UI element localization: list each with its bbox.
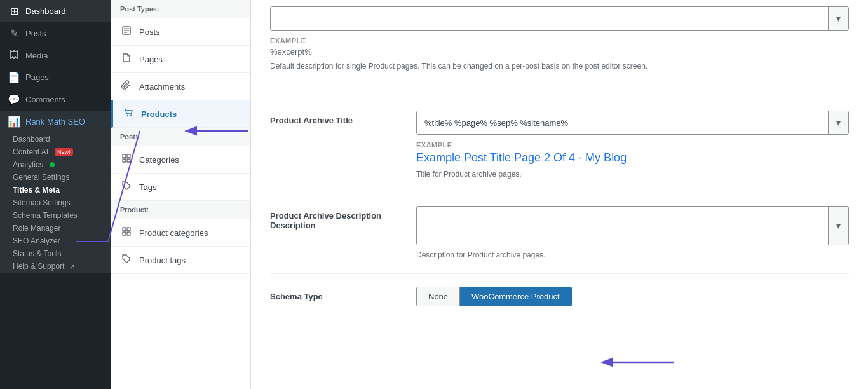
general-settings-label: General Settings bbox=[13, 173, 69, 182]
sitemap-label: Sitemap Settings bbox=[13, 198, 71, 207]
sidebar-item-role-manager[interactable]: Role Manager bbox=[0, 222, 111, 235]
sidebar-item-seo-analyzer[interactable]: SEO Analyzer bbox=[0, 235, 111, 247]
archive-description-row: Product Archive Description Description … bbox=[270, 193, 849, 274]
rank-math-icon: 📊 bbox=[8, 116, 20, 128]
sidebar-item-label: Posts bbox=[25, 29, 46, 38]
tags-panel-icon bbox=[120, 181, 133, 193]
panel-item-categories[interactable]: Categories bbox=[111, 146, 250, 174]
seo-analyzer-label: SEO Analyzer bbox=[13, 236, 60, 245]
svg-point-5 bbox=[130, 115, 132, 116]
media-icon: 🖼 bbox=[8, 50, 20, 61]
rank-math-header[interactable]: 📊 Rank Math SEO bbox=[0, 111, 111, 133]
comments-icon: 💬 bbox=[8, 93, 20, 106]
archive-title-example-label: EXAMPLE bbox=[416, 141, 849, 149]
archive-description-input[interactable] bbox=[417, 207, 828, 245]
middle-panel: Post Types: Posts Pages Attachments Prod… bbox=[111, 0, 251, 389]
panel-item-categories-label: Categories bbox=[139, 155, 179, 165]
schema-templates-label: Schema Templates bbox=[13, 211, 78, 220]
panel-item-attachments-label: Attachments bbox=[139, 82, 185, 92]
panel-item-pages[interactable]: Pages bbox=[111, 46, 250, 73]
help-support-label: Help & Support bbox=[13, 262, 64, 271]
archive-description-dropdown-btn[interactable]: ▾ bbox=[828, 207, 848, 245]
svg-point-10 bbox=[125, 184, 126, 185]
svg-rect-14 bbox=[127, 232, 130, 235]
product-tags-panel-icon bbox=[120, 254, 133, 266]
sidebar-item-status-tools[interactable]: Status & Tools bbox=[0, 247, 111, 260]
svg-rect-8 bbox=[123, 159, 126, 162]
categories-panel-icon bbox=[120, 153, 133, 166]
new-badge: New! bbox=[55, 148, 73, 156]
archive-title-control: ▾ EXAMPLE Example Post Title Page 2 Of 4… bbox=[416, 111, 849, 180]
analytics-dot bbox=[50, 162, 55, 167]
top-description-input-wrapper: ▾ bbox=[270, 6, 849, 31]
svg-point-15 bbox=[125, 257, 126, 258]
sidebar-item-analytics[interactable]: Analytics bbox=[0, 158, 111, 171]
schema-buttons: None WooCommerce Product bbox=[416, 287, 849, 306]
sidebar-item-dashboard[interactable]: ⊞ Dashboard bbox=[0, 0, 111, 22]
sidebar-item-help-support[interactable]: Help & Support ↗ bbox=[0, 260, 111, 273]
panel-item-product-tags[interactable]: Product tags bbox=[111, 247, 250, 274]
sidebar-item-label: Comments bbox=[25, 95, 65, 104]
products-panel-icon bbox=[122, 107, 135, 120]
archive-title-input[interactable] bbox=[417, 111, 828, 134]
archive-title-label: Product Archive Title bbox=[270, 111, 397, 125]
sidebar-item-pages[interactable]: 📄 Pages bbox=[0, 66, 111, 88]
sidebar-item-comments[interactable]: 💬 Comments bbox=[0, 88, 111, 111]
titles-meta-label: Titles & Meta bbox=[13, 186, 60, 194]
panel-item-products[interactable]: Products bbox=[111, 100, 250, 128]
archive-description-help-text: Description for Product archive pages. bbox=[416, 249, 849, 261]
schema-none-button[interactable]: None bbox=[416, 287, 460, 306]
svg-rect-9 bbox=[127, 159, 130, 162]
wordpress-sidebar: ⊞ Dashboard ✎ Posts 🖼 Media 📄 Pages 💬 Co… bbox=[0, 0, 111, 389]
top-description-input[interactable] bbox=[271, 7, 828, 30]
content-ai-label: Content AI bbox=[13, 147, 48, 156]
pages-panel-icon bbox=[120, 53, 133, 65]
post-types-section-label: Post Types: bbox=[111, 0, 250, 18]
schema-woocommerce-button[interactable]: WooCommerce Product bbox=[460, 287, 571, 306]
external-link-icon: ↗ bbox=[69, 263, 74, 270]
schema-type-label: Schema Type bbox=[270, 287, 397, 301]
svg-rect-13 bbox=[123, 232, 126, 235]
sidebar-item-schema-templates[interactable]: Schema Templates bbox=[0, 209, 111, 222]
sidebar-item-general-settings[interactable]: General Settings bbox=[0, 171, 111, 184]
panel-item-product-categories[interactable]: Product categories bbox=[111, 219, 250, 247]
analytics-label: Analytics bbox=[13, 160, 43, 169]
panel-item-posts-label: Posts bbox=[139, 27, 160, 37]
sidebar-item-titles-meta[interactable]: Titles & Meta bbox=[0, 184, 111, 196]
svg-point-4 bbox=[127, 115, 128, 116]
sidebar-item-content-ai[interactable]: Content AI New! bbox=[0, 146, 111, 158]
attachments-panel-icon bbox=[120, 80, 133, 93]
rm-dashboard-label: Dashboard bbox=[13, 135, 50, 144]
panel-item-tags[interactable]: Tags bbox=[111, 174, 250, 201]
top-help-text: Default description for single Product p… bbox=[270, 60, 849, 72]
top-description-dropdown-btn[interactable]: ▾ bbox=[828, 7, 848, 30]
archive-description-input-wrapper: ▾ bbox=[416, 206, 849, 245]
post-section-label: Post: bbox=[111, 128, 250, 146]
sidebar-item-media[interactable]: 🖼 Media bbox=[0, 44, 111, 66]
sidebar-item-label: Pages bbox=[25, 72, 49, 82]
top-partial-section: ▾ EXAMPLE %excerpt% Default description … bbox=[251, 0, 868, 85]
archive-description-label: Product Archive Description Description bbox=[270, 206, 397, 230]
panel-item-products-label: Products bbox=[141, 109, 177, 119]
archive-description-control: ▾ Description for Product archive pages. bbox=[416, 206, 849, 261]
archive-title-dropdown-btn[interactable]: ▾ bbox=[828, 111, 848, 134]
pages-icon: 📄 bbox=[8, 71, 20, 83]
sidebar-item-sitemap[interactable]: Sitemap Settings bbox=[0, 196, 111, 209]
panel-item-pages-label: Pages bbox=[139, 55, 163, 64]
schema-type-row: Schema Type None WooCommerce Product bbox=[270, 274, 849, 319]
svg-rect-6 bbox=[123, 154, 126, 158]
panel-item-attachments[interactable]: Attachments bbox=[111, 73, 250, 100]
sidebar-item-rm-dashboard[interactable]: Dashboard bbox=[0, 133, 111, 146]
archive-title-example-value: Example Post Title Page 2 Of 4 - My Blog bbox=[416, 151, 849, 165]
posts-icon: ✎ bbox=[8, 27, 20, 39]
sidebar-item-label: Media bbox=[25, 51, 48, 60]
main-content: ▾ EXAMPLE %excerpt% Default description … bbox=[251, 0, 868, 389]
archive-title-row: Product Archive Title ▾ EXAMPLE Example … bbox=[270, 98, 849, 193]
panel-item-posts[interactable]: Posts bbox=[111, 18, 250, 46]
archive-title-input-wrapper: ▾ bbox=[416, 111, 849, 135]
status-tools-label: Status & Tools bbox=[13, 249, 62, 258]
sidebar-item-label: Dashboard bbox=[25, 6, 66, 16]
sidebar-item-posts[interactable]: ✎ Posts bbox=[0, 22, 111, 44]
top-example-label: EXAMPLE bbox=[270, 37, 849, 44]
schema-type-control: None WooCommerce Product bbox=[416, 287, 849, 306]
